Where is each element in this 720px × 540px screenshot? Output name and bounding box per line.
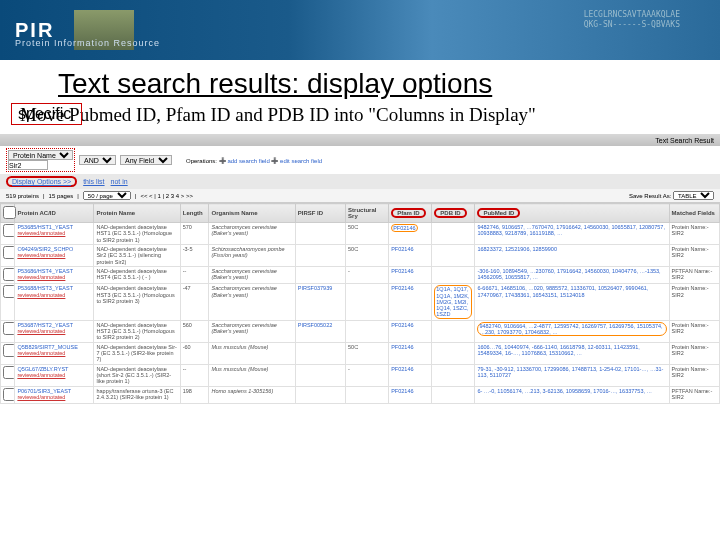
table-row: P53685/HST1_YEASTreviewed/annotatedNAD-d… — [1, 223, 720, 245]
pubmed-cell[interactable]: 1606…76, 10440974, -666-1140, 16618798, … — [475, 342, 669, 364]
this-list-link[interactable]: this list — [83, 178, 104, 185]
display-options-link[interactable]: Display Options >> — [12, 178, 71, 185]
pubmed-cell[interactable]: 16823372, 12521906, 12859900 — [475, 244, 669, 266]
organism-cell: Saccharomyces cerevisiae (Baker's yeast) — [209, 284, 295, 321]
row-checkbox[interactable] — [3, 224, 15, 237]
save-label: Save Result As: — [629, 193, 671, 199]
value1-input[interactable] — [8, 160, 48, 170]
pirsf-cell[interactable] — [295, 244, 345, 266]
pdb-cell[interactable] — [432, 386, 475, 403]
pfam-cell[interactable]: PF02146 — [389, 284, 432, 321]
display-options-bar: Display Options >> this list not in — [0, 174, 720, 189]
matched-cell: Protein Name:-SIR2 — [669, 284, 719, 321]
pdb-cell[interactable] — [432, 223, 475, 245]
th-pubmed[interactable]: PubMed ID — [475, 204, 669, 223]
edit-field-link[interactable]: edit search field — [280, 158, 322, 164]
row-checkbox[interactable] — [3, 285, 15, 298]
matched-cell: Protein Name:-SIR2 — [669, 223, 719, 245]
pdb-cell[interactable]: 1Q1A, 1Q17, 1Q1A, 1M2K, 1M2G, 1M2I, 1Q14… — [432, 284, 475, 321]
pdb-cell[interactable] — [432, 266, 475, 283]
protein-name-cell: happy/transferase ortuna-3 (EC 2.4.3.21)… — [94, 386, 180, 403]
pubmed-cell[interactable]: 6- …-0, 11056174, …213, 3-62136, 1095865… — [475, 386, 669, 403]
pdb-cell[interactable] — [432, 364, 475, 386]
organism-cell: Saccharomyces cerevisiae (Baker's yeast) — [209, 223, 295, 245]
page-size-select[interactable]: 50 / page — [83, 191, 131, 200]
pirsf-cell[interactable] — [295, 342, 345, 364]
ac-link[interactable]: P06701/SIR3_YEAST — [17, 388, 71, 394]
length-cell: -60 — [180, 342, 209, 364]
ac-link[interactable]: P53686/HST4_YEAST — [17, 268, 73, 274]
th-ac[interactable]: Protein AC/ID — [15, 204, 94, 223]
add-field-link[interactable]: add search field — [227, 158, 269, 164]
logo-subtitle: Protein Information Resource — [0, 38, 160, 48]
pirsf-cell[interactable]: PIRSF005022 — [295, 320, 345, 342]
pirsf-cell[interactable] — [295, 266, 345, 283]
structural-cell: - — [346, 266, 389, 283]
row-checkbox[interactable] — [3, 268, 15, 281]
th-matched[interactable]: Matched Fields — [669, 204, 719, 223]
pfam-cell[interactable]: PF02146 — [389, 244, 432, 266]
th-structural[interactable]: Structural Sry — [346, 204, 389, 223]
pdb-cell[interactable] — [432, 342, 475, 364]
ac-link[interactable]: P53688/HST3_YEAST — [17, 285, 73, 291]
pubmed-cell[interactable]: 9482746, 9106657, …7670470, 17916642, 14… — [475, 223, 669, 245]
th-protein-name[interactable]: Protein Name — [94, 204, 180, 223]
pubmed-cell[interactable]: 79-31, -30-912, 11336700, 17299086, 1748… — [475, 364, 669, 386]
protein-name-cell: NAD-dependent deacetylase Sir2 (EC 3.5.1… — [94, 244, 180, 266]
page-title: Text search results: display options — [0, 60, 720, 102]
row-checkbox[interactable] — [3, 344, 15, 357]
select-all-checkbox[interactable] — [3, 206, 16, 219]
ac-link[interactable]: Q5GL67/ZBLY.RYST — [17, 366, 68, 372]
row-checkbox[interactable] — [3, 388, 15, 401]
ac-link[interactable]: Q5B829/SIRT7_MOUSE — [17, 344, 77, 350]
field1-select[interactable]: Protein Name — [8, 150, 73, 160]
matched-cell: Protein Name:-SIR2 — [669, 364, 719, 386]
protein-name-cell: NAD-dependent deacetylase (short Sir-2 (… — [94, 364, 180, 386]
row-checkbox[interactable] — [3, 246, 15, 259]
th-pdb[interactable]: PDB ID — [432, 204, 475, 223]
row-checkbox[interactable] — [3, 322, 15, 335]
field2-select[interactable]: Any Field — [120, 155, 172, 165]
pfam-cell[interactable]: PF02146 — [389, 223, 432, 245]
ac-link[interactable]: P53687/HST2_YEAST — [17, 322, 73, 328]
pfam-cell[interactable]: PF02146 — [389, 342, 432, 364]
ac-link[interactable]: P53685/HST1_YEAST — [17, 224, 73, 230]
length-cell: 570 — [180, 223, 209, 245]
pager-bar: 519 proteins | 15 pages | 50 / page | <<… — [0, 189, 720, 203]
page-subtitle: Move Pubmed ID, Pfam ID and PDB ID into … — [0, 102, 720, 134]
structural-cell: 50C — [346, 342, 389, 364]
pubmed-cell[interactable]: 6-66671, 14685106, …020, 9885572, 113367… — [475, 284, 669, 321]
pirsf-cell[interactable] — [295, 223, 345, 245]
protein-count: 519 proteins — [6, 193, 39, 199]
organism-cell: Mus musculus (Mouse) — [209, 342, 295, 364]
table-row: P53686/HST4_YEASTreviewed/annotatedNAD-d… — [1, 266, 720, 283]
matched-cell: PFTFAN Name:-SIR2 — [669, 266, 719, 283]
row-checkbox[interactable] — [3, 366, 15, 379]
pubmed-cell[interactable]: -306-160, 10894549, …230760, 17916642, 1… — [475, 266, 669, 283]
th-pirsf[interactable]: PIRSF ID — [295, 204, 345, 223]
structural-cell — [346, 284, 389, 321]
organism-cell: Saccharomyces cerevisiae (Baker's yeast) — [209, 266, 295, 283]
pfam-cell[interactable]: PF02146 — [389, 364, 432, 386]
bool-select[interactable]: AND — [79, 155, 116, 165]
pir-logo: PIR Protein Information Resource — [0, 19, 54, 42]
pfam-cell[interactable]: PF02146 — [389, 320, 432, 342]
pfam-cell[interactable]: PF02146 — [389, 386, 432, 403]
th-organism[interactable]: Organism Name — [209, 204, 295, 223]
pirsf-cell[interactable]: PIRSF037939 — [295, 284, 345, 321]
pdb-cell[interactable] — [432, 244, 475, 266]
pubmed-cell[interactable]: 9482740, 9106664, …2-4877, 12595742, 162… — [475, 320, 669, 342]
results-table: Protein AC/ID Protein Name Length Organi… — [0, 203, 720, 404]
pirsf-cell[interactable] — [295, 386, 345, 403]
save-format-select[interactable]: TABLE — [673, 191, 714, 200]
pdb-cell[interactable] — [432, 320, 475, 342]
pfam-cell[interactable]: PF02146 — [389, 266, 432, 283]
th-length[interactable]: Length — [180, 204, 209, 223]
table-row: O94249/SIR2_SCHPOreviewed/annotatedNAD-d… — [1, 244, 720, 266]
th-pfam[interactable]: Pfam ID — [389, 204, 432, 223]
page-nav[interactable]: << < | 1 | 2 3 4 > >> — [140, 193, 193, 199]
pirsf-cell[interactable] — [295, 364, 345, 386]
not-in-link[interactable]: not in — [111, 178, 128, 185]
ac-link[interactable]: O94249/SIR2_SCHPO — [17, 246, 73, 252]
sequence-decor: LECGLRNCSAVTAAAKQLAE QKG-SN------S-QBVAK… — [584, 10, 680, 29]
